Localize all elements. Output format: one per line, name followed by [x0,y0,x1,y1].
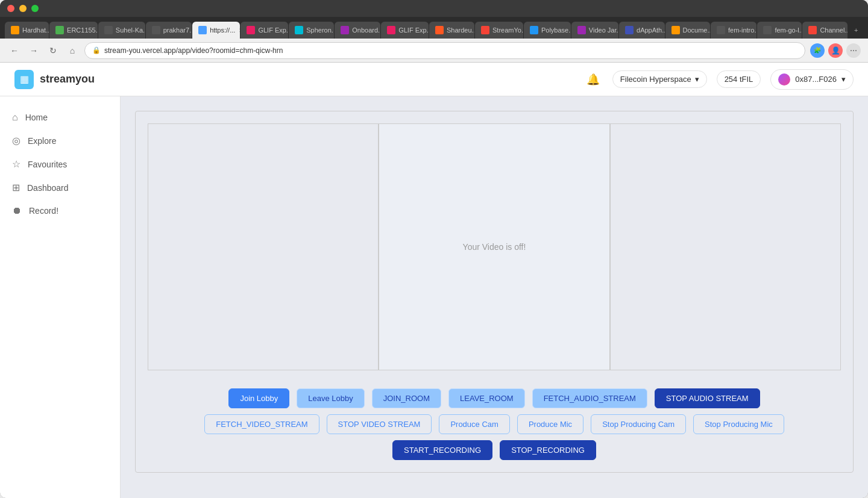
tab-favicon [152,26,160,34]
stop-producing-mic-button[interactable]: Stop Producing Mic [693,414,784,434]
chevron-down-icon: ▾ [695,75,699,84]
browser-tab-active[interactable]: https://... ✕ [192,22,240,39]
tab-favicon [717,26,725,34]
fetch-audio-stream-button[interactable]: FETCH_AUDIO_STREAM [532,388,647,408]
header-right: 🔔 Filecoin Hyperspace ▾ 254 tFIL 0x87...… [583,69,854,90]
tab-favicon [55,26,64,34]
home-icon: ⌂ [12,112,18,123]
produce-cam-button[interactable]: Produce Cam [439,414,509,434]
browser-tab[interactable]: Hardhat... [5,22,49,39]
tab-favicon [763,26,772,34]
browser-tab[interactable]: Onboard... [335,22,380,39]
sidebar-item-label: Favourites [28,160,67,169]
wallet-address[interactable]: 0x87...F026 ▾ [770,69,854,90]
browser-tab[interactable]: GLIF Exp... [381,22,429,39]
stop-recording-button[interactable]: STOP_RECORDING [500,440,596,460]
join-room-button[interactable]: JOIN_ROOM [372,388,441,408]
browser-tab[interactable]: prakhar7... [146,22,192,39]
stop-video-stream-button[interactable]: STOP VIDEO STREAM [327,414,432,434]
start-recording-button[interactable]: START_RECORDING [392,440,492,460]
tab-label: Spheron... [306,26,334,34]
tab-label: Video Jar... [589,26,618,34]
tab-favicon [808,26,817,34]
chevron-down-icon: ▾ [841,75,846,84]
extensions-button[interactable]: 🧩 [810,43,825,58]
tab-label: ERC1155... [67,26,98,34]
stop-audio-stream-button[interactable]: STOP AUDIO STREAM [655,388,760,408]
tab-label: Channel... [820,26,848,34]
wallet-avatar [778,73,790,86]
fetch-video-stream-button[interactable]: FETCH_VIDEO_STREAM [204,414,319,434]
browser-tab[interactable]: fem-go-l... [757,22,802,39]
sidebar-item-explore[interactable]: ◎ Explore [0,129,120,152]
notification-button[interactable]: 🔔 [583,70,603,89]
content-area: Your Video is off! Join Lobby Leave Lobb… [121,96,868,498]
leave-lobby-button[interactable]: Leave Lobby [297,388,364,408]
wallet-address-text: 0x87...F026 [795,75,837,84]
balance-display: 254 tFIL [717,70,761,88]
tab-label: Polybase... [541,26,571,34]
sidebar-item-favourites[interactable]: ☆ Favourites [0,152,120,176]
sidebar-item-home[interactable]: ⌂ Home [0,106,120,129]
browser-tab[interactable]: Docume... [665,22,711,39]
tab-label: Onboard... [352,26,380,34]
back-button[interactable]: ← [7,43,22,58]
browser-tab[interactable]: Polybase... [524,22,571,39]
app-logo: ▦ streamyou [14,70,95,89]
browser-window: Hardhat... ERC1155... Suhel-Ka... prakha… [0,0,868,498]
tab-label: Docume... [683,26,711,34]
browser-tab[interactable]: StreamYo... [475,22,523,39]
controls-section: Join Lobby Leave Lobby JOIN_ROOM LEAVE_R… [148,388,841,460]
main-layout: ⌂ Home ◎ Explore ☆ Favourites ⊞ Dashboar… [0,96,868,498]
tab-favicon [387,26,395,34]
app-header: ▦ streamyou 🔔 Filecoin Hyperspace ▾ 254 … [0,63,868,96]
tab-close-icon[interactable]: ✕ [239,27,240,34]
reload-button[interactable]: ↻ [46,43,60,58]
browser-tab[interactable]: Channel... [802,22,848,39]
tab-label: StreamYo... [492,26,523,34]
browser-tab[interactable]: fem-intro... [711,22,756,39]
browser-tab[interactable]: Video Jar... [571,22,618,39]
tab-favicon [435,26,444,34]
join-lobby-button[interactable]: Join Lobby [228,388,289,408]
toolbar-actions: 🧩 👤 ⋯ [810,43,861,58]
tab-label: prakhar7... [163,26,192,34]
browser-tab[interactable]: Spheron... [289,22,334,39]
produce-mic-button[interactable]: Produce Mic [517,414,583,434]
tab-label: fem-intro... [728,26,756,34]
new-tab-button[interactable]: + [848,22,863,39]
tab-favicon [671,26,680,34]
video-panel-left [148,123,379,370]
browser-tab[interactable]: dAppAth... [619,22,664,39]
network-selector[interactable]: Filecoin Hyperspace ▾ [612,70,707,88]
forward-button[interactable]: → [27,43,41,58]
controls-row-3: START_RECORDING STOP_RECORDING [392,440,596,460]
balance-text: 254 tFIL [725,75,753,84]
browser-tab[interactable]: ERC1155... [49,22,98,39]
sidebar-item-record[interactable]: ⏺ Record! [0,199,120,222]
browser-tab[interactable]: Shardeu... [429,22,474,39]
stop-producing-cam-button[interactable]: Stop Producing Cam [591,414,686,434]
tab-favicon [247,26,255,34]
tab-label: https://... [210,26,235,34]
sidebar: ⌂ Home ◎ Explore ☆ Favourites ⊞ Dashboar… [0,96,121,498]
video-panel-right [610,123,841,370]
address-bar[interactable]: 🔒 stream-you.vercel.app/app/video?roomid… [84,42,805,59]
video-off-text: Your Video is off! [463,242,526,252]
logo-icon: ▦ [14,70,34,89]
tab-favicon [341,26,349,34]
tab-favicon [530,26,538,34]
leave-room-button[interactable]: LEAVE_ROOM [448,388,525,408]
tab-favicon [104,26,113,34]
home-button[interactable]: ⌂ [65,43,80,58]
browser-tab[interactable]: Suhel-Ka... [98,22,145,39]
maximize-button[interactable] [31,5,39,12]
new-tab-icon: + [854,26,858,34]
tab-label: Hardhat... [22,26,49,34]
browser-tab[interactable]: GLIF Exp... [241,22,288,39]
close-button[interactable] [7,5,14,12]
minimize-button[interactable] [19,5,27,12]
settings-icon[interactable]: ⋯ [846,43,861,58]
profile-button[interactable]: 👤 [828,43,843,58]
sidebar-item-dashboard[interactable]: ⊞ Dashboard [0,176,120,199]
